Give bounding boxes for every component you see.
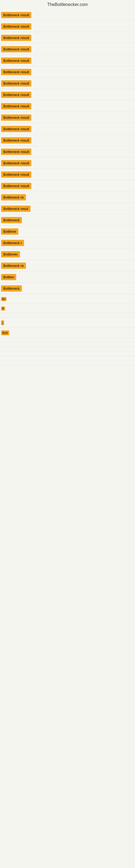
bottleneck-row-34: [0, 351, 135, 356]
bottleneck-row-28: [0, 313, 135, 318]
bottleneck-row-14: Bottleneck result: [0, 157, 135, 169]
main-container: TheBottlenecker.com Bottleneck resultBot…: [0, 0, 135, 365]
bottleneck-row-31: [0, 338, 135, 342]
bottleneck-badge-20[interactable]: Bottlene: [1, 228, 18, 235]
bottleneck-row-5: Bottleneck result: [0, 55, 135, 66]
bottleneck-badge-1[interactable]: Bottleneck result: [1, 12, 31, 18]
page-title: TheBottlenecker.com: [0, 0, 135, 9]
bottleneck-badge-16[interactable]: Bottleneck result: [1, 183, 31, 189]
bottleneck-row-32: [0, 342, 135, 347]
bottleneck-row-29: |: [0, 318, 135, 328]
bottleneck-badge-8[interactable]: Bottleneck result: [1, 92, 31, 98]
bottleneck-badge-26[interactable]: Bo: [1, 297, 6, 301]
bottleneck-row-20: Bottlene: [0, 226, 135, 237]
bottleneck-badge-24[interactable]: Bottlen: [1, 274, 16, 280]
bottleneck-badge-25[interactable]: Bottleneck: [1, 285, 22, 291]
bottleneck-row-8: Bottleneck result: [0, 89, 135, 100]
bottleneck-row-26: Bo: [0, 294, 135, 304]
bottleneck-badge-6[interactable]: Bottleneck result: [1, 69, 31, 75]
bottleneck-badge-18[interactable]: Bottleneck resul: [1, 206, 31, 212]
bottleneck-badge-15[interactable]: Bottleneck result: [1, 172, 31, 178]
bottleneck-row-11: Bottleneck result: [0, 123, 135, 134]
bottleneck-row-2: Bottleneck result: [0, 21, 135, 32]
bottleneck-row-17: Bottleneck re: [0, 191, 135, 203]
bottleneck-badge-17[interactable]: Bottleneck re: [1, 194, 26, 200]
bottleneck-row-21: Bottleneck r: [0, 237, 135, 248]
bottleneck-badge-7[interactable]: Bottleneck result: [1, 80, 31, 87]
bottleneck-badge-11[interactable]: Bottleneck result: [1, 126, 31, 132]
bottleneck-row-25: Bottleneck: [0, 283, 135, 294]
bottleneck-badge-30[interactable]: Bott: [1, 330, 9, 335]
bottleneck-row-9: Bottleneck result: [0, 100, 135, 112]
bottleneck-badge-21[interactable]: Bottleneck r: [1, 240, 24, 246]
bottleneck-badge-4[interactable]: Bottleneck result: [1, 46, 31, 52]
bottleneck-row-36: [0, 361, 135, 365]
bottleneck-row-3: Bottleneck result: [0, 32, 135, 43]
bottleneck-badge-2[interactable]: Bottleneck result: [1, 23, 31, 30]
bottleneck-row-22: Bottlenec: [0, 248, 135, 260]
bottleneck-row-6: Bottleneck result: [0, 66, 135, 78]
bottleneck-row-16: Bottleneck result: [0, 180, 135, 191]
bottleneck-row-15: Bottleneck result: [0, 169, 135, 180]
bottleneck-row-30: Bott: [0, 328, 135, 338]
bottleneck-row-13: Bottleneck result: [0, 146, 135, 157]
bottleneck-row-23: Bottleneck re: [0, 260, 135, 271]
bottleneck-badge-12[interactable]: Bottleneck result: [1, 137, 31, 144]
bottleneck-row-27: B: [0, 304, 135, 313]
bottleneck-badge-19[interactable]: Bottleneck: [1, 217, 22, 223]
items-list: Bottleneck resultBottleneck resultBottle…: [0, 9, 135, 365]
bottleneck-badge-29[interactable]: |: [1, 320, 4, 325]
bottleneck-row-18: Bottleneck resul: [0, 203, 135, 214]
bottleneck-row-7: Bottleneck result: [0, 78, 135, 89]
bottleneck-badge-13[interactable]: Bottleneck result: [1, 149, 31, 155]
bottleneck-badge-3[interactable]: Bottleneck result: [1, 35, 31, 41]
bottleneck-row-19: Bottleneck: [0, 214, 135, 226]
bottleneck-row-24: Bottlen: [0, 271, 135, 283]
bottleneck-badge-10[interactable]: Bottleneck result: [1, 115, 31, 121]
bottleneck-row-1: Bottleneck result: [0, 9, 135, 21]
bottleneck-row-35: [0, 356, 135, 361]
bottleneck-row-4: Bottleneck result: [0, 43, 135, 55]
bottleneck-badge-27[interactable]: B: [1, 307, 5, 311]
bottleneck-badge-9[interactable]: Bottleneck result: [1, 103, 31, 109]
bottleneck-badge-22[interactable]: Bottlenec: [1, 251, 20, 257]
bottleneck-badge-14[interactable]: Bottleneck result: [1, 160, 31, 166]
bottleneck-row-10: Bottleneck result: [0, 112, 135, 123]
bottleneck-row-12: Bottleneck result: [0, 134, 135, 146]
bottleneck-badge-23[interactable]: Bottleneck re: [1, 262, 26, 269]
bottleneck-row-33: [0, 347, 135, 351]
bottleneck-badge-5[interactable]: Bottleneck result: [1, 58, 31, 64]
